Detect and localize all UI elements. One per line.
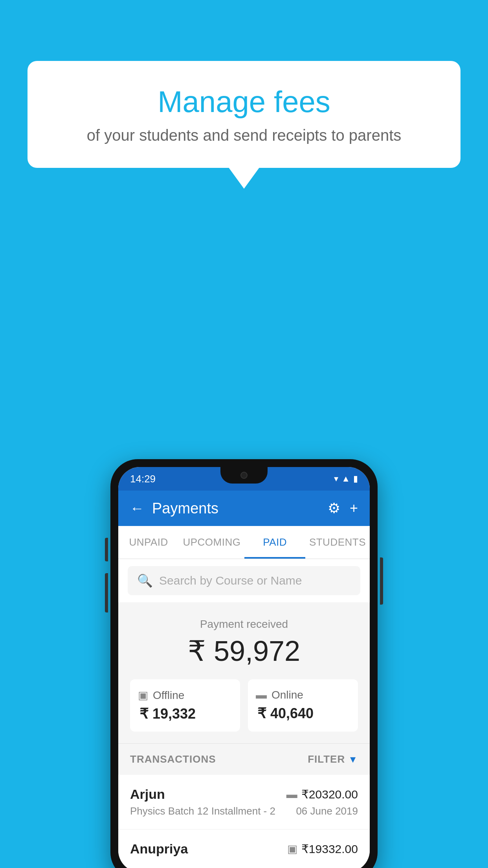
transaction-name-1: Arjun	[130, 787, 165, 802]
table-row[interactable]: Anupriya ▣ ₹19332.00	[118, 829, 370, 868]
side-button-right	[380, 557, 383, 605]
payment-summary: Payment received ₹ 59,972 ▣ Offline ₹ 19…	[118, 602, 370, 743]
transaction-date-1: 06 June 2019	[296, 805, 358, 817]
offline-card: ▣ Offline ₹ 19,332	[130, 679, 240, 732]
app-bar-actions: ⚙ +	[328, 500, 358, 517]
transaction-name-2: Anupriya	[130, 841, 188, 857]
speech-bubble-subtitle: of your students and send receipts to pa…	[59, 127, 429, 144]
payment-total: ₹ 59,972	[130, 634, 358, 668]
cash-icon-2: ▣	[287, 842, 297, 855]
tab-students[interactable]: STUDENTS	[305, 526, 370, 559]
wifi-icon: ▾	[334, 474, 338, 484]
transaction-amount-container-2: ▣ ₹19332.00	[287, 842, 358, 856]
phone-frame: 14:29 ▾ ▲ ▮ ← Payments ⚙ + UNPAID UPCOMI…	[110, 459, 378, 868]
transactions-label: TRANSACTIONS	[130, 753, 216, 765]
transaction-top-2: Anupriya ▣ ₹19332.00	[130, 841, 358, 857]
table-row[interactable]: Arjun ▬ ₹20320.00 Physics Batch 12 Insta…	[118, 775, 370, 829]
offline-icon: ▣	[138, 689, 148, 702]
transactions-header: TRANSACTIONS FILTER ▼	[118, 743, 370, 775]
offline-card-header: ▣ Offline	[138, 689, 232, 702]
online-label: Online	[272, 689, 303, 701]
transaction-bottom-1: Physics Batch 12 Installment - 2 06 June…	[130, 805, 358, 817]
online-amount: ₹ 40,640	[256, 705, 350, 722]
page-title: Payments	[152, 500, 320, 517]
search-input[interactable]: Search by Course or Name	[159, 574, 302, 587]
side-button-left2	[105, 573, 108, 612]
filter-button[interactable]: FILTER ▼	[308, 753, 358, 765]
back-button[interactable]: ←	[130, 500, 144, 517]
online-icon: ▬	[256, 689, 267, 701]
online-card-header: ▬ Online	[256, 689, 350, 701]
card-icon-1: ▬	[286, 788, 297, 801]
signal-icon: ▲	[341, 474, 350, 484]
transaction-detail-1: Physics Batch 12 Installment - 2	[130, 805, 275, 817]
camera	[240, 472, 248, 479]
phone-notch	[220, 467, 268, 484]
battery-icon: ▮	[353, 474, 358, 484]
search-container: 🔍 Search by Course or Name	[118, 559, 370, 602]
offline-amount: ₹ 19,332	[138, 706, 232, 722]
filter-icon: ▼	[348, 754, 358, 765]
online-card: ▬ Online ₹ 40,640	[248, 679, 358, 732]
status-time: 14:29	[130, 473, 156, 485]
app-bar: ← Payments ⚙ +	[118, 491, 370, 526]
transaction-top-1: Arjun ▬ ₹20320.00	[130, 787, 358, 802]
transaction-amount-container-1: ▬ ₹20320.00	[286, 787, 358, 801]
phone-screen: 14:29 ▾ ▲ ▮ ← Payments ⚙ + UNPAID UPCOMI…	[118, 467, 370, 868]
filter-label: FILTER	[308, 753, 345, 765]
payment-cards: ▣ Offline ₹ 19,332 ▬ Online ₹ 40,640	[130, 679, 358, 732]
settings-icon[interactable]: ⚙	[328, 500, 340, 517]
search-box[interactable]: 🔍 Search by Course or Name	[128, 566, 360, 595]
speech-bubble-title: Manage fees	[59, 85, 429, 119]
payment-received-label: Payment received	[130, 618, 358, 631]
tab-paid[interactable]: PAID	[244, 526, 305, 559]
search-icon: 🔍	[137, 573, 153, 588]
speech-bubble: Manage fees of your students and send re…	[28, 61, 460, 168]
speech-bubble-pointer	[228, 167, 260, 189]
status-icons: ▾ ▲ ▮	[334, 474, 358, 484]
side-button-left1	[105, 538, 108, 561]
offline-label: Offline	[153, 689, 184, 702]
speech-bubble-container: Manage fees of your students and send re…	[28, 61, 460, 189]
tab-unpaid[interactable]: UNPAID	[118, 526, 179, 559]
transaction-amount-1: ₹20320.00	[301, 787, 358, 801]
add-icon[interactable]: +	[350, 500, 358, 517]
tabs: UNPAID UPCOMING PAID STUDENTS	[118, 526, 370, 559]
transaction-amount-2: ₹19332.00	[301, 842, 358, 856]
tab-upcoming[interactable]: UPCOMING	[179, 526, 244, 559]
